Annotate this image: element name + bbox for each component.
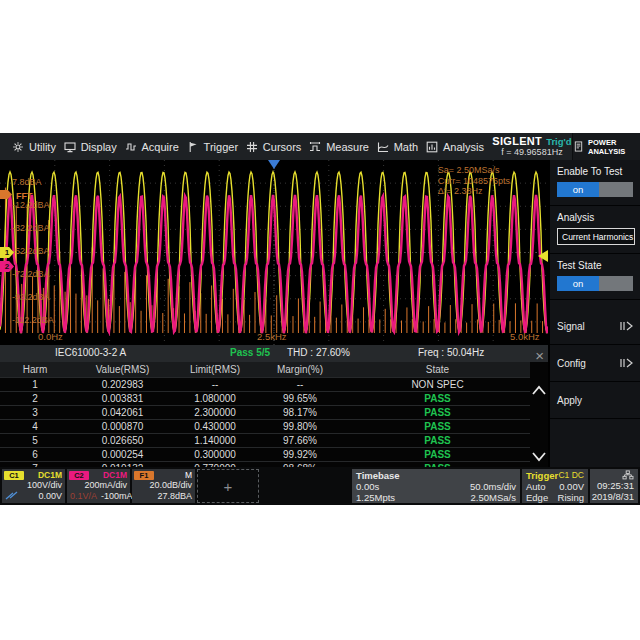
value-cell: 0.300000: [175, 448, 255, 461]
signal-label: Signal: [557, 321, 585, 332]
fft-db-label: -92.2dBA: [12, 292, 50, 302]
c1-scale: 100V/div: [27, 480, 62, 491]
config-menu-item[interactable]: Config: [550, 345, 640, 382]
status-bar: C1 DC1M 100V/div 0.00V C2 DC1M 200mA/div…: [0, 467, 640, 505]
signal-menu-item[interactable]: Signal: [550, 308, 640, 345]
trigger-slope: Rising: [558, 492, 584, 503]
state-cell: PASS: [345, 392, 530, 405]
value-cell: 0.000254: [70, 448, 175, 461]
state-cell: PASS: [345, 448, 530, 461]
f1-ref: 27.8dBA: [157, 491, 192, 502]
timebase-delay: 0.00s: [356, 481, 379, 492]
trigger-source: C1 DC: [558, 470, 584, 481]
menu-item-utility[interactable]: Utility: [12, 141, 56, 153]
standard-name: IEC61000-3-2 A: [55, 347, 126, 358]
math-icon: [377, 141, 389, 153]
enable-to-test-toggle[interactable]: on: [557, 182, 633, 197]
menu-item-label: Cursors: [263, 141, 302, 153]
f1-descriptor[interactable]: F1 M 20.0dB/div 27.8dBA: [132, 469, 195, 503]
state-cell: PASS: [345, 406, 530, 419]
trigger-descriptor[interactable]: Trigger C1 DC Auto 0.00V Edge Rising: [522, 469, 588, 503]
memory-depth: 1.25Mpts: [356, 492, 395, 503]
trigger-type: Edge: [526, 492, 548, 503]
f1-scale: 20.0dB/div: [149, 480, 192, 491]
submenu-arrow-icon: [619, 358, 633, 368]
test-state-toggle[interactable]: on: [557, 276, 633, 291]
value-cell: 97.66%: [255, 434, 345, 447]
column-header: State: [345, 362, 530, 377]
c2-coupling: DC1M: [103, 470, 127, 480]
fft-db-label: -32.2dBA: [12, 223, 50, 233]
f1-type: M: [185, 470, 192, 480]
menu-item-cursors[interactable]: Cursors: [246, 141, 302, 153]
apply-button[interactable]: Apply: [550, 382, 640, 419]
gear-icon: [12, 141, 24, 153]
panel-title: POWER ANALYSIS: [588, 138, 640, 156]
value-cell: 1.140000: [175, 434, 255, 447]
value-cell: 0.202983: [70, 378, 175, 391]
value-cell: 1.080000: [175, 392, 255, 405]
c1-coupling: DC1M: [38, 470, 62, 480]
measure-icon: [309, 141, 321, 153]
fft-db-label: 7.8dBA: [12, 177, 42, 187]
c1-offset: 0.00V: [38, 491, 62, 502]
document-icon: [573, 141, 584, 153]
value-cell: 99.92%: [255, 448, 345, 461]
brand-logo: SIGLENT: [492, 136, 542, 147]
trigger-mode: Auto: [526, 481, 546, 492]
menu-item-trigger[interactable]: Trigger: [187, 141, 238, 153]
scroll-down-icon[interactable]: [531, 448, 547, 462]
analysis-value: Current Harmonics: [562, 232, 633, 242]
apply-label: Apply: [557, 395, 582, 406]
trigger-level-marker[interactable]: [538, 250, 548, 262]
menu-item-display[interactable]: Display: [64, 141, 117, 153]
c2-descriptor[interactable]: C2 DC1M 200mA/div 0.1V/A -100mA: [67, 469, 130, 503]
menu-item-math[interactable]: Math: [377, 141, 418, 153]
trigger-position-marker[interactable]: [268, 160, 280, 169]
timebase-descriptor[interactable]: Timebase 0.00s 50.0ms/div 1.25Mpts 2.50M…: [352, 469, 520, 503]
acquire-icon: [125, 141, 137, 153]
config-label: Config: [557, 358, 586, 369]
value-cell: --: [255, 378, 345, 391]
sample-rate-info: Sa= 2.50MSa/s Curr= 1048576pts Δf= 2.38H…: [438, 165, 510, 197]
fft-db-label: -112.2dBA: [12, 315, 54, 325]
harmonics-summary-bar: IEC61000-3-2 A Pass 5/5 THD : 27.60% Fre…: [0, 345, 548, 362]
close-icon[interactable]: ×: [535, 347, 544, 364]
column-header: Value(RMS): [70, 362, 175, 377]
value-cell: 2: [0, 392, 70, 405]
trigger-status: Trig'd: [546, 136, 571, 147]
enable-to-test-label: Enable To Test: [557, 166, 633, 177]
value-cell: --: [175, 378, 255, 391]
table-row: 50.0266501.14000097.66%PASS: [0, 433, 530, 447]
clock-time: 09:25:31: [597, 480, 634, 491]
fft-db-label: -72.2dBA: [12, 269, 50, 279]
delta-f: Δf= 2.38Hz: [438, 186, 510, 197]
c2-probe: 0.1V/A: [70, 491, 97, 502]
power-analysis-panel: Enable To Test on Analysis Current Harmo…: [548, 160, 640, 467]
value-cell: 6: [0, 448, 70, 461]
logo-block: SIGLENT Trig'd f = 49.96581Hz: [492, 133, 572, 160]
c1-descriptor[interactable]: C1 DC1M 100V/div 0.00V: [2, 469, 65, 503]
display-icon: [64, 141, 76, 153]
thd-value: THD : 27.60%: [287, 347, 350, 358]
menu-item-measure[interactable]: Measure: [309, 141, 369, 153]
menu-item-analysis[interactable]: Analysis: [426, 141, 484, 153]
fft-db-label: -52.2dBA: [12, 246, 50, 256]
toggle-off-area: [599, 182, 633, 197]
analysis-icon: [426, 141, 438, 153]
value-cell: 0.003831: [70, 392, 175, 405]
harmonics-column-headers: HarmValue(RMS)Limit(RMS)Margin(%)State: [0, 362, 530, 377]
menu-item-acquire[interactable]: Acquire: [125, 141, 179, 153]
current-points: Curr= 1048576pts: [438, 176, 510, 187]
freq-value: Freq : 50.04Hz: [418, 347, 484, 358]
fft-trace-label: FFT: [16, 191, 33, 201]
value-cell: 0.042061: [70, 406, 175, 419]
datetime-box: 09:25:31 2019/8/31: [590, 469, 638, 503]
plus-icon: +: [224, 478, 233, 495]
scroll-up-icon[interactable]: [531, 382, 547, 396]
toggle-off-area: [599, 276, 633, 291]
add-channel-button[interactable]: +: [197, 469, 259, 503]
display-area: 7.8dBA-12.2dBA-32.2dBA-52.2dBA-72.2dBA-9…: [0, 160, 548, 467]
analysis-dropdown[interactable]: Current Harmonics: [557, 228, 635, 245]
value-cell: 0.430000: [175, 420, 255, 433]
